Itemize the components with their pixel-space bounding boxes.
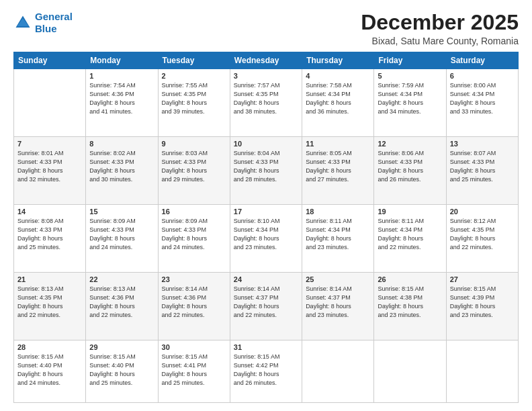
title-block: December 2025 Bixad, Satu Mare County, R…: [361, 11, 519, 46]
col-wednesday: Wednesday: [230, 52, 302, 69]
page: General Blue December 2025 Bixad, Satu M…: [0, 0, 532, 411]
calendar-cell: 14Sunrise: 8:08 AMSunset: 4:33 PMDayligh…: [14, 205, 86, 273]
day-number: 28: [17, 343, 82, 351]
calendar-cell: 17Sunrise: 8:10 AMSunset: 4:34 PMDayligh…: [230, 205, 302, 273]
calendar-cell: 1Sunrise: 7:54 AMSunset: 4:36 PMDaylight…: [86, 69, 158, 137]
calendar-cell: 22Sunrise: 8:13 AMSunset: 4:36 PMDayligh…: [86, 273, 158, 340]
day-info: Sunrise: 8:14 AMSunset: 4:36 PMDaylight:…: [162, 285, 226, 320]
calendar-cell: 27Sunrise: 8:15 AMSunset: 4:39 PMDayligh…: [446, 273, 518, 340]
day-info: Sunrise: 8:15 AMSunset: 4:41 PMDaylight:…: [162, 353, 226, 387]
day-number: 21: [17, 275, 82, 283]
day-info: Sunrise: 7:55 AMSunset: 4:35 PMDaylight:…: [162, 81, 226, 116]
day-info: Sunrise: 8:15 AMSunset: 4:40 PMDaylight:…: [17, 353, 82, 387]
day-info: Sunrise: 8:15 AMSunset: 4:38 PMDaylight:…: [378, 285, 442, 320]
calendar-cell: 12Sunrise: 8:06 AMSunset: 4:33 PMDayligh…: [374, 137, 446, 205]
day-info: Sunrise: 8:15 AMSunset: 4:39 PMDaylight:…: [450, 285, 515, 320]
calendar-cell: 5Sunrise: 7:59 AMSunset: 4:34 PMDaylight…: [374, 69, 446, 137]
day-info: Sunrise: 8:11 AMSunset: 4:34 PMDaylight:…: [306, 217, 370, 252]
calendar-cell: 3Sunrise: 7:57 AMSunset: 4:35 PMDaylight…: [230, 69, 302, 137]
day-info: Sunrise: 7:57 AMSunset: 4:35 PMDaylight:…: [234, 81, 298, 116]
calendar-cell: 7Sunrise: 8:01 AMSunset: 4:33 PMDaylight…: [14, 137, 86, 205]
calendar-cell: 10Sunrise: 8:04 AMSunset: 4:33 PMDayligh…: [230, 137, 302, 205]
day-number: 18: [306, 208, 370, 216]
col-sunday: Sunday: [14, 52, 86, 69]
calendar-cell: 29Sunrise: 8:15 AMSunset: 4:40 PMDayligh…: [86, 340, 158, 403]
day-info: Sunrise: 8:05 AMSunset: 4:33 PMDaylight:…: [306, 149, 370, 184]
day-number: 16: [162, 208, 226, 216]
logo-text: General Blue: [35, 11, 73, 35]
day-info: Sunrise: 7:58 AMSunset: 4:34 PMDaylight:…: [306, 81, 370, 116]
day-info: Sunrise: 8:08 AMSunset: 4:33 PMDaylight:…: [17, 217, 82, 252]
logo: General Blue: [13, 11, 73, 35]
calendar-cell: [446, 340, 518, 403]
day-number: 9: [162, 140, 226, 148]
col-monday: Monday: [86, 52, 158, 69]
logo-icon: [13, 13, 32, 32]
day-number: 26: [378, 275, 442, 283]
day-number: 20: [450, 208, 515, 216]
day-number: 12: [378, 140, 442, 148]
day-number: 25: [306, 275, 370, 283]
calendar-cell: 15Sunrise: 8:09 AMSunset: 4:33 PMDayligh…: [86, 205, 158, 273]
day-info: Sunrise: 8:14 AMSunset: 4:37 PMDaylight:…: [306, 285, 370, 320]
day-number: 6: [450, 72, 515, 80]
calendar-cell: 9Sunrise: 8:03 AMSunset: 4:33 PMDaylight…: [158, 137, 230, 205]
day-number: 19: [378, 208, 442, 216]
calendar-cell: [302, 340, 374, 403]
day-info: Sunrise: 8:06 AMSunset: 4:33 PMDaylight:…: [378, 149, 442, 184]
header-row: Sunday Monday Tuesday Wednesday Thursday…: [14, 52, 519, 69]
calendar-cell: 26Sunrise: 8:15 AMSunset: 4:38 PMDayligh…: [374, 273, 446, 340]
day-number: 29: [89, 343, 154, 351]
header: General Blue December 2025 Bixad, Satu M…: [13, 11, 519, 46]
day-number: 27: [450, 275, 515, 283]
calendar-cell: 25Sunrise: 8:14 AMSunset: 4:37 PMDayligh…: [302, 273, 374, 340]
day-info: Sunrise: 8:13 AMSunset: 4:36 PMDaylight:…: [89, 285, 154, 320]
day-info: Sunrise: 8:15 AMSunset: 4:40 PMDaylight:…: [89, 353, 154, 387]
subtitle: Bixad, Satu Mare County, Romania: [361, 36, 519, 46]
col-saturday: Saturday: [446, 52, 518, 69]
day-info: Sunrise: 8:03 AMSunset: 4:33 PMDaylight:…: [162, 149, 226, 184]
day-info: Sunrise: 8:11 AMSunset: 4:34 PMDaylight:…: [378, 217, 442, 252]
day-number: 31: [234, 343, 298, 351]
day-info: Sunrise: 8:01 AMSunset: 4:33 PMDaylight:…: [17, 149, 82, 184]
calendar-cell: 31Sunrise: 8:15 AMSunset: 4:42 PMDayligh…: [230, 340, 302, 403]
calendar-cell: [14, 69, 86, 137]
calendar-cell: 6Sunrise: 8:00 AMSunset: 4:34 PMDaylight…: [446, 69, 518, 137]
calendar-cell: 2Sunrise: 7:55 AMSunset: 4:35 PMDaylight…: [158, 69, 230, 137]
calendar-cell: [374, 340, 446, 403]
day-info: Sunrise: 7:54 AMSunset: 4:36 PMDaylight:…: [89, 81, 154, 116]
day-info: Sunrise: 7:59 AMSunset: 4:34 PMDaylight:…: [378, 81, 442, 116]
calendar-cell: 20Sunrise: 8:12 AMSunset: 4:35 PMDayligh…: [446, 205, 518, 273]
calendar-cell: 24Sunrise: 8:14 AMSunset: 4:37 PMDayligh…: [230, 273, 302, 340]
calendar-cell: 8Sunrise: 8:02 AMSunset: 4:33 PMDaylight…: [86, 137, 158, 205]
day-number: 15: [89, 208, 154, 216]
day-number: 13: [450, 140, 515, 148]
day-info: Sunrise: 8:00 AMSunset: 4:34 PMDaylight:…: [450, 81, 515, 116]
calendar-cell: 4Sunrise: 7:58 AMSunset: 4:34 PMDaylight…: [302, 69, 374, 137]
calendar-table: Sunday Monday Tuesday Wednesday Thursday…: [13, 52, 519, 403]
calendar-cell: 30Sunrise: 8:15 AMSunset: 4:41 PMDayligh…: [158, 340, 230, 403]
calendar-cell: 23Sunrise: 8:14 AMSunset: 4:36 PMDayligh…: [158, 273, 230, 340]
day-number: 1: [89, 72, 154, 80]
day-info: Sunrise: 8:14 AMSunset: 4:37 PMDaylight:…: [234, 285, 298, 320]
day-info: Sunrise: 8:10 AMSunset: 4:34 PMDaylight:…: [234, 217, 298, 252]
day-number: 24: [234, 275, 298, 283]
day-number: 7: [17, 140, 82, 148]
calendar-cell: 18Sunrise: 8:11 AMSunset: 4:34 PMDayligh…: [302, 205, 374, 273]
day-number: 17: [234, 208, 298, 216]
calendar-cell: 21Sunrise: 8:13 AMSunset: 4:35 PMDayligh…: [14, 273, 86, 340]
svg-marker-1: [17, 18, 29, 26]
day-info: Sunrise: 8:02 AMSunset: 4:33 PMDaylight:…: [89, 149, 154, 184]
main-title: December 2025: [361, 11, 519, 34]
day-number: 22: [89, 275, 154, 283]
day-info: Sunrise: 8:13 AMSunset: 4:35 PMDaylight:…: [17, 285, 82, 320]
col-thursday: Thursday: [302, 52, 374, 69]
day-number: 14: [17, 208, 82, 216]
day-number: 10: [234, 140, 298, 148]
calendar-cell: 28Sunrise: 8:15 AMSunset: 4:40 PMDayligh…: [14, 340, 86, 403]
calendar-cell: 13Sunrise: 8:07 AMSunset: 4:33 PMDayligh…: [446, 137, 518, 205]
calendar-cell: 16Sunrise: 8:09 AMSunset: 4:33 PMDayligh…: [158, 205, 230, 273]
day-number: 2: [162, 72, 226, 80]
day-info: Sunrise: 8:09 AMSunset: 4:33 PMDaylight:…: [89, 217, 154, 252]
day-number: 11: [306, 140, 370, 148]
